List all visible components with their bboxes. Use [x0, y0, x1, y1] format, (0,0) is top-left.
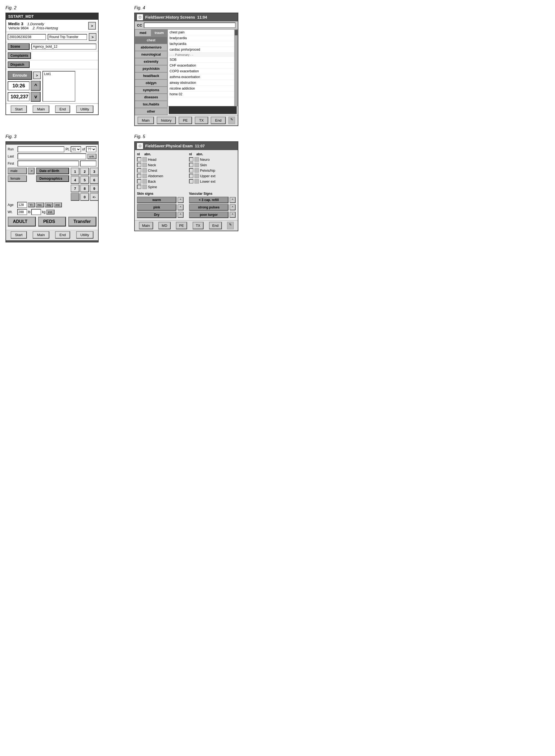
- fig3-dob-button[interactable]: Date of Birth: [36, 168, 69, 174]
- fig4-list-item[interactable]: tachycardia: [168, 41, 238, 47]
- fig5-neck-nl-checkbox[interactable]: [137, 163, 141, 167]
- fig5-dry-button[interactable]: Dry: [137, 212, 176, 218]
- fig4-list-item[interactable]: airway obstruction: [168, 80, 238, 86]
- fig3-est-button[interactable]: est.: [54, 203, 62, 207]
- fig5-cap-refill-arrow[interactable]: ^: [229, 197, 236, 203]
- fig4-pe-button[interactable]: PE: [179, 117, 192, 124]
- fig3-peds-button[interactable]: PEDS: [38, 217, 66, 226]
- fig3-num-9[interactable]: 9: [90, 185, 99, 192]
- fig3-num-4[interactable]: 4: [71, 176, 79, 184]
- fig5-spine-nl-checkbox[interactable]: [137, 185, 141, 189]
- fig2-enroute-nav[interactable]: >: [33, 72, 41, 79]
- fig5-main-button[interactable]: Main: [139, 222, 153, 229]
- fig5-pelvis-abn-checkbox[interactable]: [195, 168, 199, 173]
- fig5-upper-ext-nl-checkbox[interactable]: [189, 174, 194, 178]
- fig5-head-abn-checkbox[interactable]: [142, 157, 147, 162]
- fig4-nav-chest[interactable]: chest: [135, 37, 167, 44]
- fig4-nav-diseases[interactable]: diseases: [135, 94, 167, 101]
- fig2-utility-button[interactable]: Utility: [76, 105, 94, 113]
- fig3-num-2[interactable]: 2: [80, 168, 89, 175]
- fig2-dispatch-button[interactable]: Dispatch: [8, 61, 30, 68]
- fig5-strong-pulses-button[interactable]: strong pulses: [189, 204, 228, 211]
- fig5-pelvis-nl-checkbox[interactable]: [189, 168, 194, 173]
- fig4-nav-psych[interactable]: psych/skin: [135, 65, 167, 72]
- fig2-scene-value[interactable]: Agency_bold_12: [31, 44, 96, 50]
- fig5-warm-button[interactable]: warm: [137, 197, 176, 203]
- fig3-mo-button[interactable]: mo.: [36, 203, 44, 207]
- fig4-list-item[interactable]: asthma exacerbation: [168, 74, 238, 80]
- fig2-end-button[interactable]: End: [55, 105, 70, 113]
- fig4-cc-input[interactable]: [144, 23, 236, 28]
- fig4-nav-extremity[interactable]: extremity: [135, 58, 167, 65]
- fig4-nav-symptoms[interactable]: symptoms: [135, 87, 167, 94]
- fig4-pencil-icon[interactable]: ✎: [228, 117, 235, 124]
- fig3-num-0[interactable]: 0: [80, 193, 89, 201]
- fig3-num-6[interactable]: 6: [90, 176, 99, 184]
- fig5-back-abn-checkbox[interactable]: [142, 179, 147, 183]
- fig3-yr-button[interactable]: Yr.: [28, 203, 35, 207]
- fig4-nav-neuro[interactable]: neurological: [135, 51, 167, 58]
- fig3-middle-input[interactable]: [80, 161, 96, 167]
- fig5-skin-nl-checkbox[interactable]: [189, 163, 194, 167]
- fig4-list-item[interactable]: SOB: [168, 57, 238, 63]
- fig3-pt-select[interactable]: 01: [71, 146, 81, 152]
- fig5-neuro-nl-checkbox[interactable]: [189, 157, 194, 162]
- fig3-utility-button[interactable]: Utility: [76, 231, 94, 238]
- fig4-list-item[interactable]: CHF exacerbation: [168, 63, 238, 69]
- fig5-strong-pulses-arrow[interactable]: ^: [229, 204, 236, 210]
- fig3-first-input[interactable]: [17, 161, 79, 167]
- fig2-enroute-button[interactable]: Enroute: [8, 71, 32, 80]
- fig2-trip-nav[interactable]: >: [89, 33, 96, 41]
- fig2-nav-button[interactable]: >: [88, 22, 96, 30]
- fig5-lower-ext-nl-checkbox[interactable]: [189, 179, 194, 183]
- fig5-pencil-icon[interactable]: ✎: [227, 222, 234, 229]
- fig3-end-button[interactable]: End: [55, 231, 70, 238]
- fig2-up-arrow-button[interactable]: ^: [31, 81, 41, 91]
- fig2-trip-type[interactable]: Round Trip Transfer: [48, 34, 87, 40]
- fig3-start-button[interactable]: Start: [11, 231, 27, 238]
- fig4-end-button[interactable]: End: [211, 117, 226, 124]
- fig5-pink-button[interactable]: pink: [137, 204, 176, 211]
- fig3-main-button[interactable]: Main: [33, 231, 49, 238]
- fig3-num-3[interactable]: 3: [90, 168, 99, 175]
- fig2-complaints-button[interactable]: Complaints: [8, 52, 31, 59]
- fig3-adult-button[interactable]: ADULT: [8, 217, 36, 226]
- fig2-down-arrow-button[interactable]: v: [31, 92, 41, 102]
- fig4-nav-abdomen[interactable]: abdomen/uro: [135, 44, 167, 51]
- fig5-lower-ext-abn-checkbox[interactable]: [195, 179, 199, 183]
- fig5-pe-button[interactable]: PE: [176, 222, 187, 229]
- fig3-transfer-button[interactable]: Transfer: [68, 217, 96, 226]
- fig3-backspace-button[interactable]: <-: [90, 193, 99, 201]
- fig4-nav-tox[interactable]: tox./habits: [135, 101, 167, 108]
- fig5-back-nl-checkbox[interactable]: [137, 179, 141, 183]
- fig5-tx-button[interactable]: TX: [193, 222, 204, 229]
- fig4-scrollbar[interactable]: [234, 30, 238, 106]
- fig5-spine-abn-checkbox[interactable]: [142, 185, 147, 189]
- fig2-incident-id[interactable]: 200106230238: [8, 34, 46, 40]
- fig5-dry-arrow[interactable]: ^: [177, 212, 183, 218]
- fig4-list-item[interactable]: COPD exacerbation: [168, 69, 238, 74]
- fig4-main-button[interactable]: Main: [137, 117, 154, 124]
- fig3-kg-input[interactable]: [31, 209, 41, 215]
- fig4-nav-traum[interactable]: traum: [151, 29, 168, 36]
- fig4-bottom-input[interactable]: [169, 106, 237, 114]
- fig5-poor-turgor-button[interactable]: poor turgor: [189, 212, 228, 218]
- fig5-neuro-abn-checkbox[interactable]: [195, 157, 199, 162]
- fig4-list-item[interactable]: cardiac pmhx/proced: [168, 47, 238, 53]
- fig3-num-8[interactable]: 8: [80, 185, 89, 192]
- fig2-scene-button[interactable]: Scene: [8, 43, 30, 50]
- fig2-main-button[interactable]: Main: [33, 105, 49, 113]
- fig3-day-button[interactable]: day: [45, 203, 53, 207]
- fig3-age-input[interactable]: 128: [17, 202, 27, 208]
- fig5-abdomen-nl-checkbox[interactable]: [137, 174, 141, 178]
- fig3-num-7[interactable]: 7: [71, 185, 79, 192]
- fig4-nav-med[interactable]: med: [135, 29, 151, 36]
- fig3-num-1[interactable]: 1: [71, 168, 79, 175]
- fig5-pink-arrow[interactable]: ^: [177, 204, 183, 210]
- fig5-end-button[interactable]: End: [209, 222, 222, 229]
- fig3-num-5[interactable]: 5: [80, 176, 89, 184]
- fig3-wt-input[interactable]: 288: [17, 209, 27, 215]
- fig5-chest-nl-checkbox[interactable]: [137, 168, 141, 173]
- fig4-nav-obgyn[interactable]: ob/gyn: [135, 80, 167, 87]
- fig3-demographics-button[interactable]: Demographics: [36, 175, 69, 182]
